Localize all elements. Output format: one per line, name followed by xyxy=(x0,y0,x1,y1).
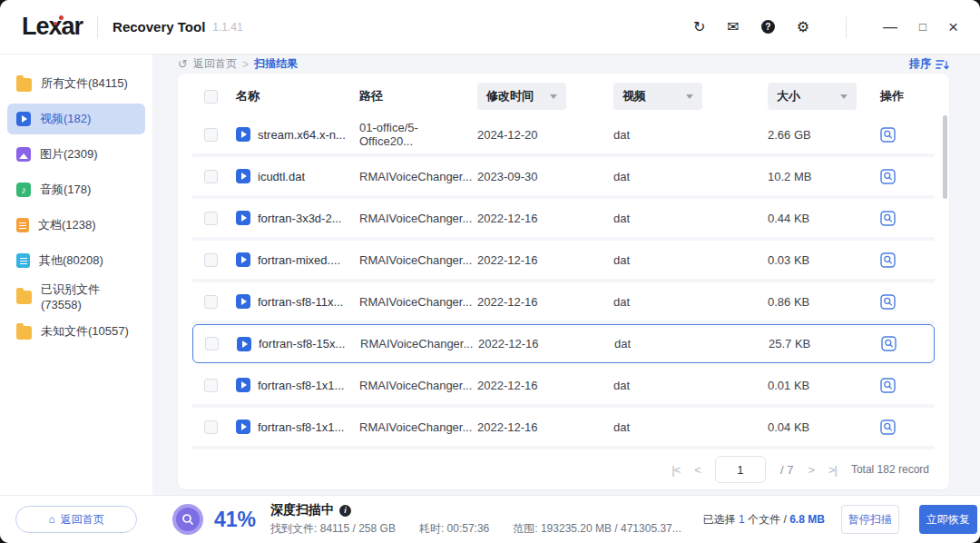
file-size: 0.03 KB xyxy=(742,253,869,267)
preview-button[interactable] xyxy=(880,169,896,184)
doc-icon xyxy=(16,218,29,232)
preview-button[interactable] xyxy=(880,252,896,268)
header-type-filter[interactable]: 视频 xyxy=(613,83,702,110)
video-file-icon xyxy=(236,294,250,309)
sidebar-item[interactable]: 所有文件(84115) xyxy=(7,68,145,99)
table-row[interactable]: fortran-sf8-11x...RMAIVoiceChanger...202… xyxy=(192,282,935,324)
file-path: RMAIVoiceChanger... xyxy=(347,295,463,309)
header-size-filter[interactable]: 大小 xyxy=(768,83,857,110)
file-modified: 2023-09-30 xyxy=(463,170,597,183)
first-page-button[interactable]: |< xyxy=(671,463,680,477)
results-card: 名称 路径 修改时间 视频 大小 操作 stream.x64.x-n...01-… xyxy=(178,74,949,489)
chevron-down-icon xyxy=(550,94,557,99)
help-icon[interactable]: ? xyxy=(761,20,775,34)
feedback-icon[interactable]: ✉ xyxy=(727,20,739,35)
settings-icon[interactable]: ⚙ xyxy=(797,20,809,35)
file-name: fortran-sf8-1x1... xyxy=(258,379,344,392)
pause-scan-button[interactable]: 暂停扫描 xyxy=(841,505,899,534)
table-row[interactable]: stream.x64.x-n...01-office/5-Office20...… xyxy=(192,115,935,157)
sidebar-item-label: 视频(182) xyxy=(40,111,91,127)
file-name: stream.x64.x-n... xyxy=(258,128,346,142)
scrollbar[interactable] xyxy=(943,115,947,199)
select-all-checkbox[interactable] xyxy=(204,90,218,104)
sidebar-item[interactable]: 文档(1238) xyxy=(7,210,145,241)
file-type: dat xyxy=(597,170,742,183)
sort-button[interactable]: 排序 xyxy=(909,56,949,72)
sidebar-item[interactable]: 图片(2309) xyxy=(7,139,145,170)
file-path: RMAIVoiceChanger... xyxy=(347,379,463,392)
pagination: |< < 1 / 7 > >| Total 182 record xyxy=(192,449,935,489)
minimize-button[interactable]: — xyxy=(883,19,897,35)
file-type: dat xyxy=(597,212,742,225)
table-row[interactable]: icudtl.datRMAIVoiceChanger...2023-09-30d… xyxy=(192,157,935,199)
row-checkbox[interactable] xyxy=(204,253,218,267)
table-row[interactable]: fortran-sf8-1x1...RMAIVoiceChanger...202… xyxy=(192,366,935,408)
table-row[interactable]: fortran-sf8-15x...RMAIVoiceChanger...202… xyxy=(192,324,935,363)
row-checkbox[interactable] xyxy=(204,295,218,309)
video-file-icon xyxy=(236,252,250,267)
file-name: fortran-mixed.... xyxy=(258,253,340,267)
scan-status-title: 深度扫描中 xyxy=(270,502,334,518)
preview-button[interactable] xyxy=(880,127,896,143)
file-size: 0.44 KB xyxy=(742,212,869,225)
header-path: 路径 xyxy=(347,88,463,104)
sort-icon xyxy=(936,59,949,70)
preview-button[interactable] xyxy=(880,420,896,435)
table-row[interactable]: fortran-sf8-1x1...RMAIVoiceChanger...202… xyxy=(192,408,935,449)
sidebar-item[interactable]: 其他(80208) xyxy=(7,245,145,276)
preview-button[interactable] xyxy=(880,378,896,393)
sidebar-item[interactable]: 未知文件(10557) xyxy=(7,316,145,347)
header-action: 操作 xyxy=(869,88,935,104)
recover-now-button[interactable]: 立即恢复 xyxy=(919,505,977,534)
sidebar-item[interactable]: 音频(178) xyxy=(7,174,145,205)
refresh-icon[interactable]: ↻ xyxy=(693,20,705,35)
video-file-icon xyxy=(236,127,250,142)
row-checkbox[interactable] xyxy=(204,379,218,392)
sidebar-item-label: 其他(80208) xyxy=(39,252,103,269)
preview-button[interactable] xyxy=(880,294,896,310)
sort-label: 排序 xyxy=(909,56,931,72)
total-records: Total 182 record xyxy=(851,463,929,476)
info-icon[interactable]: i xyxy=(339,505,351,517)
chevron-down-icon xyxy=(686,94,693,99)
found-files: 找到文件: 84115 / 258 GB xyxy=(270,521,396,537)
status-bar: ⌂ 返回首页 41% 深度扫描中 i 找到文件: 84115 / 258 GB … xyxy=(0,495,980,543)
header-modified-filter[interactable]: 修改时间 xyxy=(477,83,566,110)
row-checkbox[interactable] xyxy=(205,337,219,350)
table-row[interactable]: fortran-3x3d-2...RMAIVoiceChanger...2022… xyxy=(192,199,935,241)
audio-icon xyxy=(16,183,31,197)
file-modified: 2024-12-20 xyxy=(463,128,597,142)
sidebar-item[interactable]: 视频(182) xyxy=(7,104,145,134)
row-checkbox[interactable] xyxy=(204,420,218,434)
file-type: dat xyxy=(597,379,742,392)
preview-button[interactable] xyxy=(880,211,896,226)
table-row[interactable]: fortran-mixed....RMAIVoiceChanger...2022… xyxy=(192,241,935,282)
divider xyxy=(97,16,98,38)
sidebar-item-label: 所有文件(84115) xyxy=(41,75,128,92)
file-name: fortran-3x3d-2... xyxy=(258,212,342,225)
divider xyxy=(846,16,847,38)
sidebar-item-label: 已识别文件(73558) xyxy=(41,281,136,311)
video-file-icon xyxy=(237,337,251,351)
breadcrumb-back-home[interactable]: 返回首页 xyxy=(193,56,237,72)
prev-page-button[interactable]: < xyxy=(694,463,701,477)
file-name: fortran-sf8-1x1... xyxy=(258,420,344,434)
sidebar-item[interactable]: 已识别文件(73558) xyxy=(7,281,145,311)
file-size: 2.66 GB xyxy=(742,128,869,142)
row-checkbox[interactable] xyxy=(204,128,218,142)
next-page-button[interactable]: > xyxy=(808,463,814,477)
preview-button[interactable] xyxy=(881,336,897,351)
file-path: 01-office/5-Office20... xyxy=(347,121,463,148)
page-number-input[interactable]: 1 xyxy=(715,456,766,483)
last-page-button[interactable]: >| xyxy=(828,463,837,477)
row-checkbox[interactable] xyxy=(204,170,218,183)
sidebar-item-label: 文档(1238) xyxy=(38,217,96,233)
file-modified: 2022-12-16 xyxy=(464,337,598,350)
close-button[interactable]: × xyxy=(948,17,958,37)
file-size: 25.7 KB xyxy=(743,337,870,350)
selected-size: 6.8 MB xyxy=(789,513,825,526)
back-home-button[interactable]: ⌂ 返回首页 xyxy=(15,506,137,533)
row-checkbox[interactable] xyxy=(204,212,218,225)
maximize-button[interactable]: □ xyxy=(919,20,926,34)
file-type: dat xyxy=(597,128,742,142)
